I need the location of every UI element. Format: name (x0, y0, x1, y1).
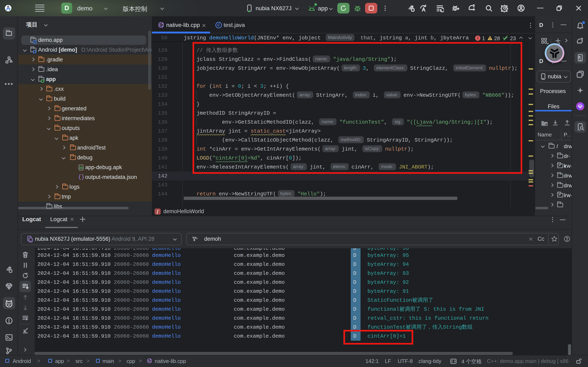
svg-text:C: C (159, 23, 162, 27)
svg-text:C: C (148, 359, 150, 363)
svg-text:C: C (217, 23, 220, 27)
